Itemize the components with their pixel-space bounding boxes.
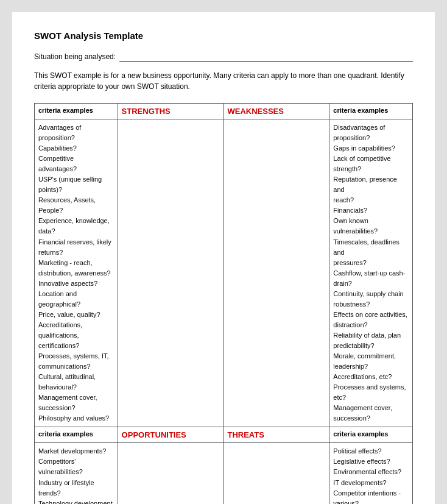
top-data-row: Advantages of proposition?Capabilities?C… — [35, 119, 413, 427]
top-right-header: criteria examples — [329, 104, 413, 119]
top-header-row: criteria examples STRENGTHS WEAKNESSES c… — [35, 104, 413, 119]
opportunities-cell[interactable] — [118, 443, 224, 504]
strengths-cell[interactable] — [118, 119, 224, 427]
weaknesses-header: WEAKNESSES — [224, 104, 329, 119]
threats-cell[interactable] — [224, 443, 329, 504]
top-right-criteria-text: Disadvantages ofproposition?Gaps in capa… — [333, 122, 409, 424]
bottom-right-criteria-cell: Political effects?Legislative effects?En… — [329, 443, 413, 504]
description-text: This SWOT example is for a new business … — [34, 70, 413, 92]
threats-header: THREATS — [224, 427, 329, 443]
top-left-criteria-text: Advantages of proposition?Capabilities?C… — [38, 122, 114, 424]
swot-table: criteria examples STRENGTHS WEAKNESSES c… — [34, 103, 413, 504]
bottom-right-header: criteria examples — [329, 427, 413, 443]
bottom-left-header: criteria examples — [35, 427, 118, 443]
strengths-header: STRENGTHS — [118, 104, 224, 119]
page-title: SWOT Analysis Template — [34, 30, 413, 41]
weaknesses-cell[interactable] — [224, 119, 329, 427]
bottom-data-row: Market developments?Competitors'vulnerab… — [35, 443, 413, 504]
bottom-left-criteria-cell: Market developments?Competitors'vulnerab… — [35, 443, 118, 504]
bottom-right-criteria-text: Political effects?Legislative effects?En… — [333, 446, 409, 504]
top-left-header: criteria examples — [35, 104, 118, 119]
situation-line: Situation being analysed: — [34, 52, 413, 62]
top-left-criteria-cell: Advantages of proposition?Capabilities?C… — [35, 119, 118, 427]
page-container: SWOT Analysis Template Situation being a… — [12, 12, 435, 504]
opportunities-header: OPPORTUNITIES — [118, 427, 224, 443]
situation-label: Situation being analysed: — [34, 52, 116, 61]
top-right-criteria-cell: Disadvantages ofproposition?Gaps in capa… — [329, 119, 413, 427]
bottom-header-row: criteria examples OPPORTUNITIES THREATS … — [35, 427, 413, 443]
situation-underline — [119, 52, 413, 62]
bottom-left-criteria-text: Market developments?Competitors'vulnerab… — [38, 446, 114, 504]
